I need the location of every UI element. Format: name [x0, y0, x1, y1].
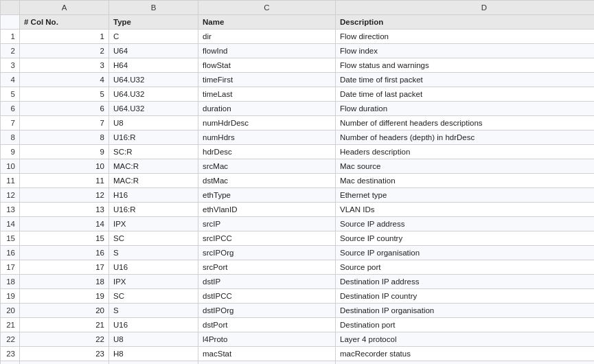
table-row: 1616SsrcIPOrgSource IP organisation	[1, 246, 595, 260]
spreadsheet-container[interactable]: A B C D # Col No. Type Name Description …	[0, 0, 594, 364]
row-number: 4	[1, 73, 20, 87]
cell-description: Layer 4 protocol	[336, 332, 595, 347]
row-number: 6	[1, 102, 20, 116]
cell-col-no: 16	[20, 246, 109, 260]
cell-description: Destination IP address	[336, 275, 595, 289]
cell-name: dstIP	[198, 275, 336, 289]
row-number: 8	[1, 130, 20, 145]
cell-description: Number of headers (depth) in hdrDesc	[336, 130, 595, 145]
cell-description: Source IP country	[336, 231, 595, 246]
cell-name: srcIPCC	[198, 231, 336, 246]
table-row: 2222U8l4ProtoLayer 4 protocol	[1, 332, 595, 347]
table-row: 1818IPXdstIPDestination IP address	[1, 275, 595, 289]
cell-name: macStat	[198, 347, 336, 361]
row-number: 12	[1, 188, 20, 203]
cell-type: U64.U32	[109, 73, 198, 87]
row-number: 5	[1, 87, 20, 102]
cell-type: IPX	[109, 217, 198, 231]
table-row: 1919SCdstIPCCDestination IP country	[1, 289, 595, 304]
row-header	[1, 15, 20, 30]
cell-description: Date time of first packet	[336, 73, 595, 87]
cell-col-no: 21	[20, 318, 109, 332]
col-header-c[interactable]: C	[198, 1, 336, 15]
cell-col-no: 12	[20, 188, 109, 203]
table-row: 22U64flowIndFlow index	[1, 44, 595, 58]
cell-col-no: 20	[20, 304, 109, 318]
cell-type: H64	[109, 58, 198, 73]
cell-col-no: 10	[20, 159, 109, 174]
table-row: 77U8numHdrDescNumber of different header…	[1, 116, 595, 130]
cell-type: MAC:R	[109, 174, 198, 188]
cell-col-no: 8	[20, 130, 109, 145]
cell-col-no: 19	[20, 289, 109, 304]
cell-col-no: 23	[20, 347, 109, 361]
col-label-num: # Col No.	[20, 15, 109, 30]
cell-name: dstIPCC	[198, 289, 336, 304]
cell-type: S	[109, 246, 198, 260]
row-number: 14	[1, 217, 20, 231]
cell-col-no: 3	[20, 58, 109, 73]
cell-type: SC	[109, 231, 198, 246]
cell-name: srcIPOrg	[198, 246, 336, 260]
cell-name: macPairs	[198, 361, 336, 365]
cell-description: Flow duration	[336, 102, 595, 116]
row-number: 16	[1, 246, 20, 260]
table-row: 1313U16:RethVlanIDVLAN IDs	[1, 203, 595, 217]
row-number: 13	[1, 203, 20, 217]
cell-description: Flow status and warnings	[336, 58, 595, 73]
cell-type: U32	[109, 361, 198, 365]
cell-name: timeFirst	[198, 73, 336, 87]
cell-description: Destination port	[336, 318, 595, 332]
table-row: 1717U16srcPortSource port	[1, 260, 595, 275]
row-number: 3	[1, 58, 20, 73]
cell-description: Number of different headers descriptions	[336, 116, 595, 130]
row-number: 15	[1, 231, 20, 246]
cell-name: duration	[198, 102, 336, 116]
cell-name: numHdrDesc	[198, 116, 336, 130]
cell-type: H16	[109, 188, 198, 203]
cell-type: MAC:R	[109, 159, 198, 174]
row-number: 24	[1, 361, 20, 365]
row-number: 23	[1, 347, 20, 361]
data-table: A B C D # Col No. Type Name Description …	[0, 0, 594, 364]
cell-col-no: 4	[20, 73, 109, 87]
col-label-desc: Description	[336, 15, 595, 30]
cell-name: dstIPOrg	[198, 304, 336, 318]
cell-name: l4Proto	[198, 332, 336, 347]
cell-description: Headers description	[336, 145, 595, 159]
table-row: 2020SdstIPOrgDestination IP organisation	[1, 304, 595, 318]
cell-name: numHdrs	[198, 130, 336, 145]
table-row: 88U16:RnumHdrsNumber of headers (depth) …	[1, 130, 595, 145]
col-header-d[interactable]: D	[336, 1, 595, 15]
table-row: 1212H16ethTypeEthernet type	[1, 188, 595, 203]
cell-name: dstMac	[198, 174, 336, 188]
cell-type: U64.U32	[109, 102, 198, 116]
cell-col-no: 17	[20, 260, 109, 275]
row-number: 7	[1, 116, 20, 130]
col-header-b[interactable]: B	[109, 1, 198, 15]
cell-type: U8	[109, 332, 198, 347]
cell-name: srcMac	[198, 159, 336, 174]
cell-type: U8	[109, 116, 198, 130]
cell-description: Source IP organisation	[336, 246, 595, 260]
cell-description: Mac destination	[336, 174, 595, 188]
cell-col-no: 2	[20, 44, 109, 58]
col-label-type: Type	[109, 15, 198, 30]
table-row: 1010MAC:RsrcMacMac source	[1, 159, 595, 174]
row-number: 21	[1, 318, 20, 332]
cell-name: ethType	[198, 188, 336, 203]
cell-type: U16:R	[109, 203, 198, 217]
table-row: 55U64.U32timeLastDate time of last packe…	[1, 87, 595, 102]
cell-col-no: 9	[20, 145, 109, 159]
col-header-a[interactable]: A	[20, 1, 109, 15]
col-label-name: Name	[198, 15, 336, 30]
table-row: 11CdirFlow direction	[1, 30, 595, 44]
cell-name: srcPort	[198, 260, 336, 275]
row-number: 9	[1, 145, 20, 159]
cell-name: flowStat	[198, 58, 336, 73]
cell-description: Number of distinct source/destination MA…	[336, 361, 595, 365]
cell-type: SC	[109, 289, 198, 304]
cell-description: VLAN IDs	[336, 203, 595, 217]
cell-col-no: 11	[20, 174, 109, 188]
cell-type: U64.U32	[109, 87, 198, 102]
